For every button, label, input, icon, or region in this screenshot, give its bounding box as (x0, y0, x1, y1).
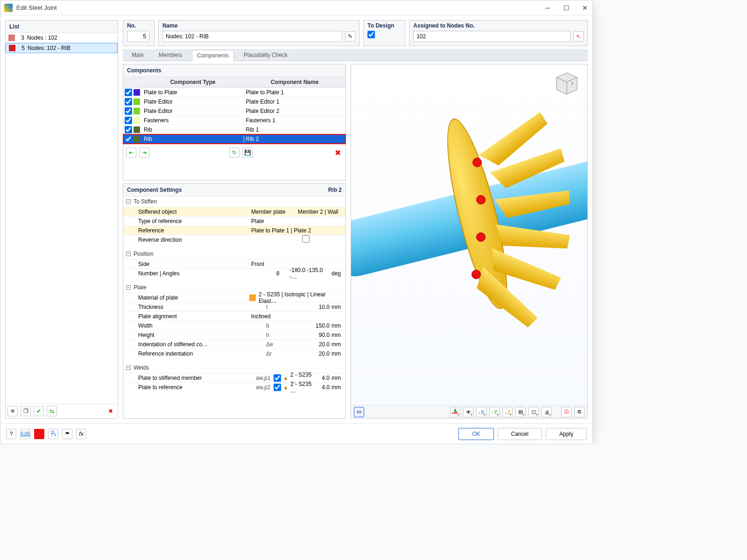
view-y-button[interactable]: ↓Y▾ (489, 407, 500, 417)
move-down-button[interactable]: ⇥ (139, 147, 149, 158)
row-checkbox[interactable] (125, 117, 132, 124)
settings-header: Component Settings (127, 187, 182, 193)
tab-main[interactable]: Main (127, 49, 149, 61)
section-position[interactable]: −Position (123, 249, 345, 259)
color-swatch (9, 45, 15, 51)
tabs: Main Members Components Plausibility Che… (123, 49, 588, 61)
units-button[interactable]: 0,00 (20, 429, 30, 439)
layers-button[interactable]: ▤▾ (515, 407, 526, 417)
tab-members[interactable]: Members (154, 49, 187, 61)
weld1-checkbox[interactable] (274, 374, 281, 382)
weld2-checkbox[interactable] (274, 384, 281, 391)
view-toolbar: ▭ ▾ 👁▾ ↓X▾ ↓Y▾ ↓Z▾ ▤▾ ◫▾ 🖨▾ Ⓧ ⧉ (351, 405, 587, 418)
minimize-button[interactable]: ─ (544, 4, 551, 12)
select-mode-button[interactable]: ▭ (354, 407, 364, 417)
component-row[interactable]: Rib Rib 2 (123, 134, 345, 144)
remove-component-button[interactable]: ✖ (332, 147, 343, 158)
component-row[interactable]: Plate Editor Plate Editor 1 (123, 97, 345, 106)
titlebar: Edit Steel Joint ─ ☐ ✕ (0, 0, 592, 15)
row-checkbox[interactable] (125, 107, 132, 115)
check-all-button[interactable]: ✔ (34, 406, 44, 416)
detach-view-button[interactable]: ⧉ (574, 407, 585, 417)
filter-button[interactable]: ⇆ (47, 406, 57, 416)
row-checkbox[interactable] (125, 126, 132, 133)
no-input[interactable] (127, 31, 149, 42)
assigned-nodes-field: Assigned to Nodes No. ↖ (409, 20, 588, 46)
row-checkbox[interactable] (125, 98, 132, 105)
tab-plausibility[interactable]: Plausibility Check (239, 49, 293, 61)
list-item[interactable]: 3 Nodes : 102 (6, 33, 118, 43)
maximize-button[interactable]: ☐ (563, 4, 570, 12)
no-field: No. (123, 20, 155, 46)
axes-icon[interactable]: ▾ (450, 407, 460, 417)
name-field: Name ✎ (158, 20, 359, 46)
umbrella-button[interactable]: ☂ (62, 429, 72, 439)
tree-button[interactable]: 卂 (48, 429, 58, 439)
component-row[interactable]: Rib Rib 1 (123, 125, 345, 134)
list-item[interactable]: 5 Nodes: 102 - RIB (6, 43, 118, 53)
ok-button[interactable]: OK (458, 428, 493, 440)
section-to-stiffen[interactable]: −To Stiffen (123, 196, 345, 207)
edit-name-button[interactable]: ✎ (345, 31, 355, 42)
help-button[interactable]: ? (6, 429, 16, 439)
property-grid[interactable]: −To Stiffen Stiffened objectMember plate… (123, 196, 345, 418)
list-header: List (6, 21, 118, 33)
list-panel: List 3 Nodes : 102 5 Nodes: 102 - RIB ✳ … (5, 20, 118, 419)
new-star-button[interactable]: ✳ (7, 406, 18, 416)
view-eye-button[interactable]: 👁▾ (463, 407, 473, 417)
color-swatch-button[interactable] (34, 429, 44, 439)
tab-components[interactable]: Components (192, 50, 234, 61)
3d-viewport[interactable]: y (351, 64, 587, 405)
to-design-checkbox[interactable] (367, 31, 375, 38)
move-up-button[interactable]: ⇤ (126, 147, 136, 158)
component-row[interactable]: Plate Editor Plate Editor 2 (123, 106, 345, 116)
settings-component-name: Rib 2 (328, 187, 342, 193)
close-button[interactable]: ✕ (581, 4, 589, 12)
iso-button[interactable]: ◫▾ (529, 407, 539, 417)
refresh-button[interactable]: ↻ (229, 147, 240, 158)
3d-view-panel: y (351, 64, 588, 419)
component-row[interactable]: Fasteners Fasteners 1 (123, 116, 345, 125)
assigned-nodes-input[interactable] (413, 31, 571, 42)
save-template-button[interactable]: 💾 (242, 147, 253, 158)
apply-button[interactable]: Apply (546, 428, 587, 440)
color-swatch (8, 35, 15, 41)
row-checkbox[interactable] (125, 135, 132, 143)
components-header: Components (123, 64, 345, 77)
pick-nodes-button[interactable]: ↖ (573, 31, 584, 42)
clear-view-button[interactable]: Ⓧ (561, 407, 571, 417)
print-button[interactable]: 🖨▾ (542, 407, 552, 417)
window-title: Edit Steel Joint (16, 4, 544, 11)
to-design-field: To Design (363, 20, 405, 46)
view-x-button[interactable]: ↓X▾ (476, 407, 486, 417)
app-icon (4, 4, 13, 12)
orientation-cube[interactable]: y (551, 69, 583, 97)
cancel-button[interactable]: Cancel (498, 428, 542, 440)
delete-button[interactable]: ✖ (106, 406, 116, 416)
fx-button[interactable]: fx (76, 429, 86, 439)
view-z-button[interactable]: ↓Z▾ (502, 407, 513, 417)
row-checkbox[interactable] (125, 89, 132, 96)
svg-text:y: y (571, 81, 573, 85)
reverse-direction-checkbox[interactable] (302, 235, 310, 243)
copy-button[interactable]: ❐ (21, 406, 31, 416)
component-row[interactable]: Plate to Plate Plate to Plate 1 (123, 88, 345, 97)
name-input[interactable] (162, 31, 342, 42)
